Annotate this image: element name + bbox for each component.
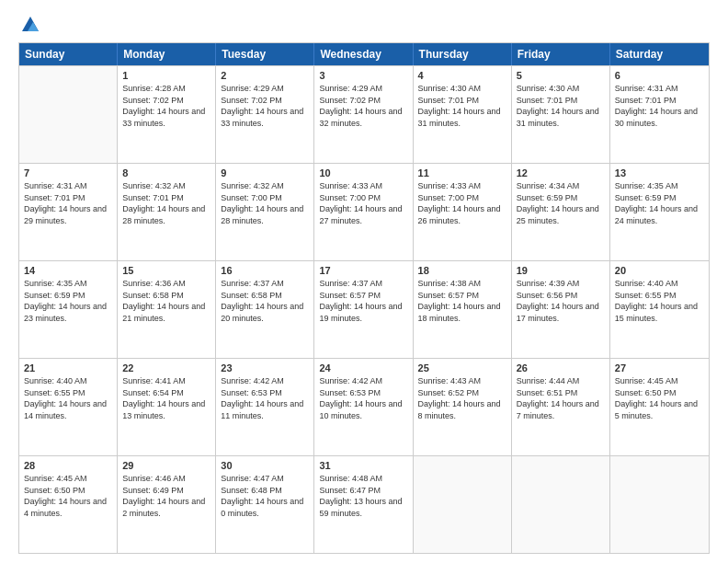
day-cell-11: 11Sunrise: 4:33 AMSunset: 7:00 PMDayligh… (414, 164, 512, 260)
day-cell-25: 25Sunrise: 4:43 AMSunset: 6:52 PMDayligh… (414, 359, 512, 455)
day-number: 30 (221, 460, 309, 471)
day-number: 6 (615, 70, 704, 81)
day-number: 15 (122, 265, 210, 276)
day-number: 2 (221, 70, 309, 81)
header (18, 15, 710, 35)
day-info: Sunrise: 4:29 AMSunset: 7:02 PMDaylight:… (319, 83, 407, 129)
day-number: 22 (122, 362, 210, 373)
day-info: Sunrise: 4:44 AMSunset: 6:51 PMDaylight:… (517, 375, 605, 421)
day-info: Sunrise: 4:48 AMSunset: 6:47 PMDaylight:… (319, 473, 407, 519)
day-number: 16 (221, 265, 309, 276)
day-cell-13: 13Sunrise: 4:35 AMSunset: 6:59 PMDayligh… (610, 164, 709, 260)
header-cell-tuesday: Tuesday (216, 43, 314, 65)
day-number: 1 (122, 70, 210, 81)
day-number: 25 (418, 362, 506, 373)
day-number: 5 (517, 70, 605, 81)
day-number: 17 (319, 265, 407, 276)
day-cell-29: 29Sunrise: 4:46 AMSunset: 6:49 PMDayligh… (118, 456, 216, 553)
day-number: 14 (24, 265, 112, 276)
day-info: Sunrise: 4:38 AMSunset: 6:57 PMDaylight:… (418, 278, 506, 324)
day-info: Sunrise: 4:35 AMSunset: 6:59 PMDaylight:… (615, 180, 704, 226)
day-cell-10: 10Sunrise: 4:33 AMSunset: 7:00 PMDayligh… (314, 164, 413, 260)
day-info: Sunrise: 4:30 AMSunset: 7:01 PMDaylight:… (418, 83, 506, 129)
day-number: 3 (319, 70, 407, 81)
day-number: 28 (24, 460, 112, 471)
day-cell-20: 20Sunrise: 4:40 AMSunset: 6:55 PMDayligh… (610, 261, 709, 358)
day-cell-6: 6Sunrise: 4:31 AMSunset: 7:01 PMDaylight… (610, 66, 709, 163)
day-number: 12 (517, 167, 605, 178)
day-number: 26 (517, 362, 605, 373)
calendar-body: 1Sunrise: 4:28 AMSunset: 7:02 PMDaylight… (19, 65, 709, 553)
day-cell-12: 12Sunrise: 4:34 AMSunset: 6:59 PMDayligh… (512, 164, 610, 260)
day-info: Sunrise: 4:46 AMSunset: 6:49 PMDaylight:… (122, 473, 210, 519)
day-info: Sunrise: 4:43 AMSunset: 6:52 PMDaylight:… (418, 375, 506, 421)
day-number: 8 (122, 167, 210, 178)
day-cell-28: 28Sunrise: 4:45 AMSunset: 6:50 PMDayligh… (19, 456, 118, 553)
day-info: Sunrise: 4:29 AMSunset: 7:02 PMDaylight:… (221, 83, 309, 129)
day-info: Sunrise: 4:33 AMSunset: 7:00 PMDaylight:… (418, 180, 506, 226)
day-info: Sunrise: 4:40 AMSunset: 6:55 PMDaylight:… (615, 278, 704, 324)
day-cell-4: 4Sunrise: 4:30 AMSunset: 7:01 PMDaylight… (414, 66, 512, 163)
day-cell-3: 3Sunrise: 4:29 AMSunset: 7:02 PMDaylight… (314, 66, 413, 163)
calendar-row-4: 21Sunrise: 4:40 AMSunset: 6:55 PMDayligh… (19, 358, 709, 455)
day-cell-27: 27Sunrise: 4:45 AMSunset: 6:50 PMDayligh… (610, 359, 709, 455)
page: SundayMondayTuesdayWednesdayThursdayFrid… (0, 0, 728, 563)
day-number: 29 (122, 460, 210, 471)
day-info: Sunrise: 4:40 AMSunset: 6:55 PMDaylight:… (24, 375, 112, 421)
day-cell-18: 18Sunrise: 4:38 AMSunset: 6:57 PMDayligh… (414, 261, 512, 358)
day-cell-30: 30Sunrise: 4:47 AMSunset: 6:48 PMDayligh… (216, 456, 314, 553)
header-cell-saturday: Saturday (610, 43, 709, 65)
calendar: SundayMondayTuesdayWednesdayThursdayFrid… (18, 42, 710, 554)
day-number: 18 (418, 265, 506, 276)
header-cell-monday: Monday (118, 43, 216, 65)
day-info: Sunrise: 4:37 AMSunset: 6:57 PMDaylight:… (319, 278, 407, 324)
day-number: 9 (221, 167, 309, 178)
day-info: Sunrise: 4:42 AMSunset: 6:53 PMDaylight:… (221, 375, 309, 421)
day-info: Sunrise: 4:47 AMSunset: 6:48 PMDaylight:… (221, 473, 309, 519)
day-number: 31 (319, 460, 407, 471)
day-cell-16: 16Sunrise: 4:37 AMSunset: 6:58 PMDayligh… (216, 261, 314, 358)
day-number: 11 (418, 167, 506, 178)
day-cell-7: 7Sunrise: 4:31 AMSunset: 7:01 PMDaylight… (19, 164, 118, 260)
day-cell-19: 19Sunrise: 4:39 AMSunset: 6:56 PMDayligh… (512, 261, 610, 358)
day-cell-23: 23Sunrise: 4:42 AMSunset: 6:53 PMDayligh… (216, 359, 314, 455)
day-info: Sunrise: 4:31 AMSunset: 7:01 PMDaylight:… (615, 83, 704, 129)
day-number: 7 (24, 167, 112, 178)
day-number: 27 (615, 362, 704, 373)
day-number: 23 (221, 362, 309, 373)
day-info: Sunrise: 4:31 AMSunset: 7:01 PMDaylight:… (24, 180, 112, 226)
logo (18, 15, 40, 35)
header-cell-sunday: Sunday (19, 43, 118, 65)
day-info: Sunrise: 4:33 AMSunset: 7:00 PMDaylight:… (319, 180, 407, 226)
day-info: Sunrise: 4:28 AMSunset: 7:02 PMDaylight:… (122, 83, 210, 129)
day-info: Sunrise: 4:34 AMSunset: 6:59 PMDaylight:… (517, 180, 605, 226)
day-info: Sunrise: 4:42 AMSunset: 6:53 PMDaylight:… (319, 375, 407, 421)
day-cell-2: 2Sunrise: 4:29 AMSunset: 7:02 PMDaylight… (216, 66, 314, 163)
calendar-row-3: 14Sunrise: 4:35 AMSunset: 6:59 PMDayligh… (19, 260, 709, 358)
calendar-row-2: 7Sunrise: 4:31 AMSunset: 7:01 PMDaylight… (19, 163, 709, 260)
day-number: 21 (24, 362, 112, 373)
day-number: 4 (418, 70, 506, 81)
empty-cell (610, 456, 709, 553)
day-info: Sunrise: 4:35 AMSunset: 6:59 PMDaylight:… (24, 278, 112, 324)
calendar-header: SundayMondayTuesdayWednesdayThursdayFrid… (19, 43, 709, 65)
day-cell-8: 8Sunrise: 4:32 AMSunset: 7:01 PMDaylight… (118, 164, 216, 260)
day-cell-1: 1Sunrise: 4:28 AMSunset: 7:02 PMDaylight… (118, 66, 216, 163)
calendar-row-1: 1Sunrise: 4:28 AMSunset: 7:02 PMDaylight… (19, 65, 709, 163)
day-number: 24 (319, 362, 407, 373)
day-info: Sunrise: 4:45 AMSunset: 6:50 PMDaylight:… (24, 473, 112, 519)
day-cell-21: 21Sunrise: 4:40 AMSunset: 6:55 PMDayligh… (19, 359, 118, 455)
day-info: Sunrise: 4:41 AMSunset: 6:54 PMDaylight:… (122, 375, 210, 421)
day-number: 20 (615, 265, 704, 276)
day-cell-17: 17Sunrise: 4:37 AMSunset: 6:57 PMDayligh… (314, 261, 413, 358)
day-cell-26: 26Sunrise: 4:44 AMSunset: 6:51 PMDayligh… (512, 359, 610, 455)
day-cell-9: 9Sunrise: 4:32 AMSunset: 7:00 PMDaylight… (216, 164, 314, 260)
day-info: Sunrise: 4:30 AMSunset: 7:01 PMDaylight:… (517, 83, 605, 129)
day-info: Sunrise: 4:32 AMSunset: 7:00 PMDaylight:… (221, 180, 309, 226)
day-info: Sunrise: 4:45 AMSunset: 6:50 PMDaylight:… (615, 375, 704, 421)
header-cell-wednesday: Wednesday (314, 43, 413, 65)
day-number: 10 (319, 167, 407, 178)
empty-cell (414, 456, 512, 553)
calendar-row-5: 28Sunrise: 4:45 AMSunset: 6:50 PMDayligh… (19, 455, 709, 553)
day-number: 19 (517, 265, 605, 276)
